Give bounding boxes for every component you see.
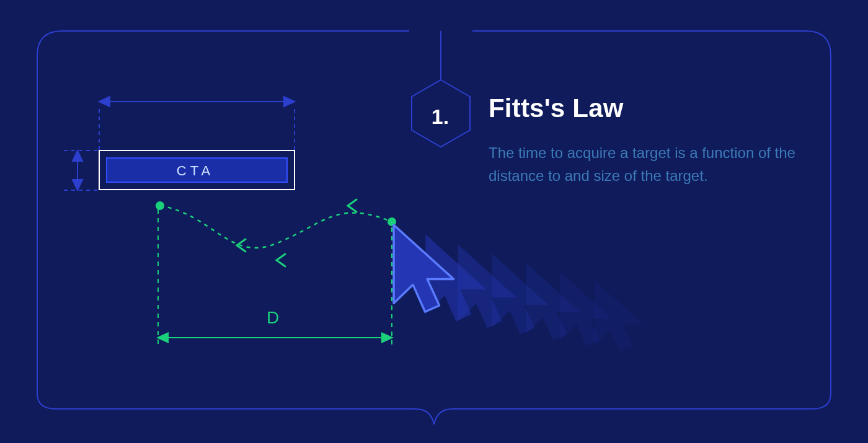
law-title: Fitts's Law — [489, 94, 624, 123]
bottom-brace — [37, 393, 831, 424]
svg-marker-7 — [73, 180, 82, 190]
law-number: 1. — [406, 79, 474, 154]
svg-marker-1 — [99, 97, 110, 107]
cursor-trail — [427, 237, 642, 350]
diagram-stage: 1. Fitts's Law The time to acquire a tar… — [0, 0, 868, 443]
height-dimension-arrow — [64, 151, 97, 190]
cta-label: CTA — [99, 163, 291, 179]
svg-marker-2 — [284, 97, 294, 107]
svg-marker-6 — [73, 151, 82, 161]
diagram-svg — [0, 0, 868, 443]
path-caret-markers — [237, 200, 356, 266]
distance-label: D — [155, 308, 391, 328]
path-start-dot — [156, 201, 164, 210]
law-description: The time to acquire a target is a functi… — [489, 141, 811, 187]
width-dimension-arrow — [99, 97, 294, 150]
